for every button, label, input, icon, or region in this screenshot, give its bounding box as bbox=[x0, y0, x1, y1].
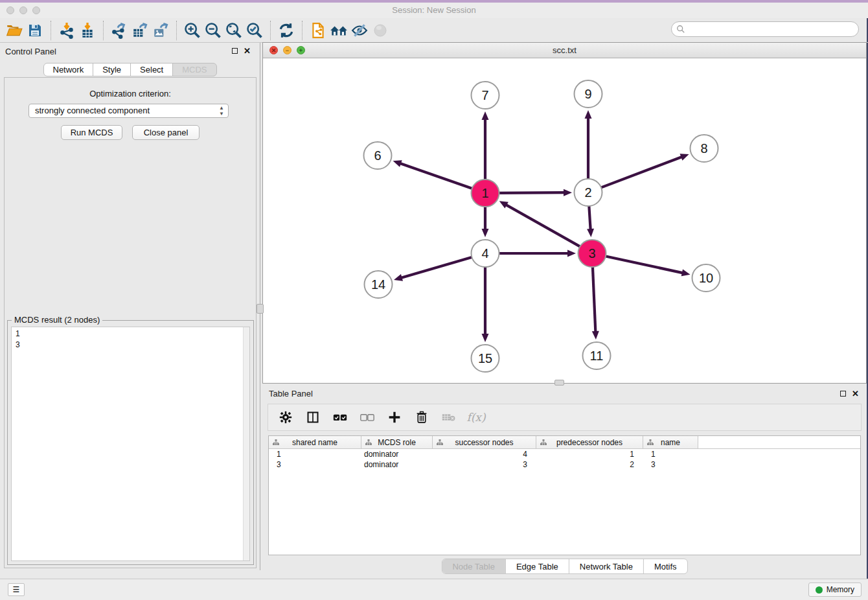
tab-motifs[interactable]: Motifs bbox=[643, 559, 687, 573]
table-cell: 1 bbox=[536, 449, 643, 459]
edge-3-11[interactable] bbox=[593, 265, 596, 333]
close-panel-icon[interactable]: ✕ bbox=[244, 46, 251, 56]
apply-layout-icon[interactable] bbox=[276, 20, 297, 41]
result-scrollbar[interactable] bbox=[243, 327, 249, 560]
graph-node-label-9: 9 bbox=[584, 87, 591, 101]
close-panel-button[interactable]: Close panel bbox=[132, 125, 200, 140]
deselect-all-icon[interactable] bbox=[360, 410, 374, 424]
tab-node-table[interactable]: Node Table bbox=[442, 559, 505, 573]
column-header-shared-name[interactable]: shared name bbox=[269, 436, 361, 448]
network-canvas[interactable]: 7968124314101511 bbox=[263, 58, 866, 383]
toolbar-separator bbox=[176, 21, 177, 40]
delete-column-icon[interactable] bbox=[415, 410, 429, 424]
table-toolbar: f(x) bbox=[268, 404, 862, 431]
mcds-result-lines: 13 bbox=[12, 327, 249, 352]
tab-network[interactable]: Network bbox=[43, 63, 93, 76]
export-image-icon[interactable] bbox=[150, 20, 171, 41]
vertical-splitter-grip[interactable] bbox=[257, 304, 264, 314]
edge-2-3[interactable] bbox=[589, 204, 591, 231]
graph-node-label-3: 3 bbox=[588, 246, 595, 260]
export-table-icon[interactable] bbox=[130, 20, 150, 41]
table-cell: 2 bbox=[536, 459, 643, 470]
settings-gear-icon[interactable] bbox=[279, 410, 293, 424]
arrowhead-4-3 bbox=[567, 250, 576, 257]
column-header-name[interactable]: name bbox=[643, 436, 698, 448]
network-minimize-icon[interactable]: − bbox=[283, 46, 291, 54]
task-history-button[interactable]: ☰ bbox=[8, 583, 25, 596]
export-network-icon[interactable] bbox=[109, 20, 130, 41]
column-header-predecessor-nodes[interactable]: predecessor nodes bbox=[536, 436, 643, 448]
tab-style[interactable]: Style bbox=[93, 63, 131, 76]
table-row[interactable]: 3dominator323 bbox=[269, 459, 860, 470]
memory-button[interactable]: Memory bbox=[808, 583, 862, 597]
tab-mcds[interactable]: MCDS bbox=[172, 63, 216, 76]
control-panel: Control Panel ✕ NetworkStyleSelectMCDS O… bbox=[0, 43, 260, 570]
toolbar-separator bbox=[103, 21, 104, 40]
search-field-wrap bbox=[671, 21, 859, 37]
titlebar: Session: New Session bbox=[0, 3, 868, 18]
import-network-icon[interactable] bbox=[56, 20, 77, 41]
search-input[interactable] bbox=[671, 21, 859, 37]
edge-2-8[interactable] bbox=[599, 156, 683, 188]
edge-1-2[interactable] bbox=[497, 192, 565, 193]
window-title: Session: New Session bbox=[0, 3, 868, 18]
arrowhead-1-4 bbox=[482, 229, 489, 237]
table-cell: 1 bbox=[269, 449, 361, 459]
zoom-out-icon[interactable] bbox=[203, 20, 223, 41]
column-type-icon bbox=[273, 439, 279, 446]
tab-edge-table[interactable]: Edge Table bbox=[505, 559, 569, 573]
close-table-panel-icon[interactable]: ✕ bbox=[852, 389, 859, 398]
optimization-criterion-select[interactable]: strongly connected component ▲▼ bbox=[29, 104, 229, 118]
arrowhead-4-14 bbox=[394, 274, 403, 281]
tab-select[interactable]: Select bbox=[130, 63, 173, 76]
save-session-icon[interactable] bbox=[25, 20, 45, 41]
network-window-titlebar[interactable]: ✕ − + scc.txt bbox=[263, 43, 866, 58]
mcds-result-box: MCDS result (2 nodes) 13 bbox=[7, 320, 254, 565]
network-close-icon[interactable]: ✕ bbox=[269, 46, 278, 54]
table-panel-title: Table Panel bbox=[269, 389, 313, 398]
control-panel-title: Control Panel bbox=[5, 47, 56, 56]
table-cell: 3 bbox=[433, 459, 536, 470]
edge-3-1[interactable] bbox=[505, 204, 582, 248]
hide-panels-icon[interactable] bbox=[349, 20, 370, 41]
network-zoom-icon[interactable]: + bbox=[297, 46, 305, 54]
arrowhead-3-10 bbox=[681, 270, 691, 277]
graph-node-label-4: 4 bbox=[481, 246, 488, 260]
new-network-from-selection-icon[interactable] bbox=[308, 20, 328, 41]
graph-node-label-14: 14 bbox=[371, 277, 385, 292]
graph-node-label-6: 6 bbox=[374, 148, 381, 163]
edge-1-6[interactable] bbox=[399, 163, 474, 190]
tab-network-table[interactable]: Network Table bbox=[569, 559, 643, 573]
main-toolbar bbox=[0, 18, 868, 43]
arrowhead-2-3 bbox=[587, 229, 594, 237]
add-column-icon[interactable] bbox=[387, 410, 402, 424]
run-mcds-button[interactable]: Run MCDS bbox=[61, 125, 122, 140]
column-layout-icon[interactable] bbox=[306, 410, 320, 424]
column-header-successor-nodes[interactable]: successor nodes bbox=[433, 436, 536, 448]
function-builder-icon-disabled: f(x) bbox=[469, 410, 483, 424]
node-table-header: shared nameMCDS rolesuccessor nodesprede… bbox=[269, 436, 860, 449]
arrowhead-2-8 bbox=[680, 154, 689, 160]
column-type-icon bbox=[540, 439, 547, 446]
float-table-panel-icon[interactable] bbox=[840, 391, 846, 397]
select-all-icon[interactable] bbox=[333, 410, 347, 424]
network-view-window: ✕ − + scc.txt 7968124314101511 bbox=[262, 42, 867, 384]
float-panel-icon[interactable] bbox=[232, 48, 238, 54]
column-label: successor nodes bbox=[455, 438, 513, 447]
zoom-in-icon[interactable] bbox=[182, 20, 203, 41]
zoom-selected-icon[interactable] bbox=[244, 20, 265, 41]
edge-4-14[interactable] bbox=[400, 257, 474, 278]
table-panel: Table Panel ✕ f(x) bbox=[262, 386, 867, 575]
open-session-icon[interactable] bbox=[4, 20, 25, 41]
horizontal-splitter-grip[interactable] bbox=[554, 380, 564, 386]
mcds-result-area[interactable]: 13 bbox=[11, 327, 250, 561]
edge-3-10[interactable] bbox=[604, 256, 684, 273]
table-row[interactable]: 1dominator411 bbox=[269, 449, 860, 459]
home-icon[interactable] bbox=[328, 20, 349, 41]
zoom-fit-icon[interactable] bbox=[223, 20, 244, 41]
column-header-MCDS-role[interactable]: MCDS role bbox=[361, 436, 433, 448]
optimization-criterion-value: strongly connected component bbox=[35, 106, 150, 115]
node-table[interactable]: shared nameMCDS rolesuccessor nodesprede… bbox=[268, 435, 861, 555]
column-label: MCDS role bbox=[378, 438, 416, 447]
import-table-icon[interactable] bbox=[77, 20, 98, 41]
